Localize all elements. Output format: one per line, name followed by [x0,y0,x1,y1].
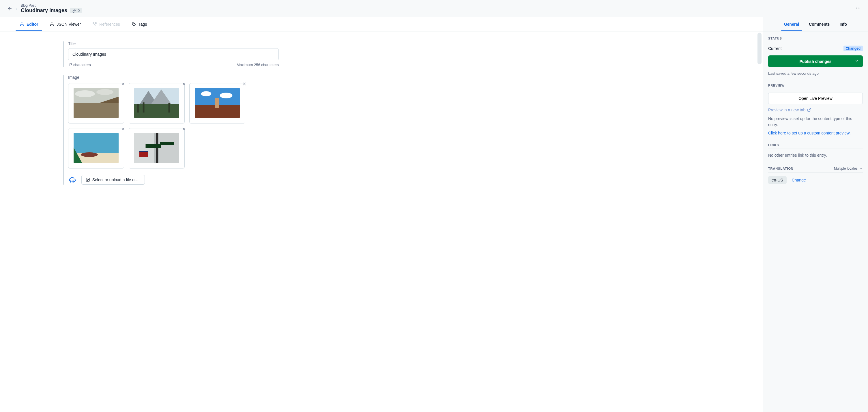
links-heading: LINKS [768,144,863,149]
image-thumbnail[interactable] [129,128,185,168]
svg-rect-6 [23,25,24,26]
svg-rect-4 [22,22,23,23]
publish-button-label: Publish changes [799,59,831,64]
tab-label: References [99,22,120,27]
preview-new-tab-label: Preview in a new tab [768,107,805,112]
side-tab-info[interactable]: Info [839,22,847,27]
svg-rect-39 [73,133,119,153]
tab-json-viewer[interactable]: JSON Viewer [50,22,81,27]
external-link-icon [807,108,811,112]
sitemap-icon [20,22,24,27]
svg-point-1 [856,8,857,9]
sitemap-icon [50,22,54,27]
image-thumbnail[interactable] [68,83,124,124]
svg-rect-26 [134,104,179,118]
svg-rect-29 [168,103,170,113]
svg-point-41 [81,152,98,157]
svg-rect-28 [143,102,145,113]
chevron-down-icon [855,59,859,64]
svg-point-2 [858,8,859,9]
remove-image-button[interactable] [181,81,187,87]
image-preview [134,88,179,118]
svg-point-13 [133,23,133,24]
remove-image-button[interactable] [120,81,126,87]
tab-label: JSON Viewer [57,22,81,27]
title-max-chars: Maximum 256 characters [237,63,279,67]
status-current-label: Current [768,46,782,51]
svg-point-54 [87,179,87,180]
remove-image-button[interactable] [120,126,126,132]
references-count-value: 0 [78,8,80,13]
last-saved-text: Last saved a few seconds ago [768,71,863,75]
svg-rect-11 [95,23,96,24]
tab-editor[interactable]: Editor [20,22,38,27]
chevron-down-icon [859,167,863,170]
remove-image-button[interactable] [181,126,187,132]
references-icon [92,22,97,27]
breadcrumb-content-type: Blog Post [21,3,82,7]
svg-rect-7 [52,22,53,23]
svg-rect-9 [53,25,54,26]
svg-rect-5 [20,25,21,26]
image-preview [134,133,179,163]
image-preview [73,133,119,163]
references-count-badge[interactable]: 0 [70,8,82,13]
image-icon [86,178,90,182]
more-actions-button[interactable] [855,5,861,12]
image-field-label: Image [68,75,745,80]
translation-multiple-label: Multiple locales [834,166,858,170]
open-live-preview-button[interactable]: Open Live Preview [768,93,863,104]
svg-rect-36 [215,98,219,108]
image-thumbnail[interactable] [68,128,124,168]
side-tab-general[interactable]: General [784,22,799,27]
svg-rect-8 [50,25,51,26]
title-input[interactable] [68,48,279,60]
svg-rect-49 [146,144,161,148]
change-locale-link[interactable]: Change [792,178,806,182]
svg-rect-50 [160,142,174,145]
svg-point-33 [201,91,212,96]
svg-point-19 [75,90,95,97]
svg-rect-10 [93,23,94,24]
cloudinary-icon [68,177,76,183]
title-field-label: Title [68,41,745,46]
preview-heading: PREVIEW [768,84,863,89]
tab-label: Tags [138,22,147,27]
title-char-count: 17 characters [68,63,91,67]
open-live-preview-label: Open Live Preview [799,96,833,101]
translation-multiple-locales-dropdown[interactable]: Multiple locales [834,166,863,170]
select-upload-file-button[interactable]: Select or upload a file on C… [82,175,145,185]
locale-pill: en-US [768,176,786,184]
svg-rect-12 [94,25,95,26]
image-preview [195,88,240,118]
tag-icon [132,22,136,27]
setup-preview-link[interactable]: Click here to set up a custom content pr… [768,131,863,135]
svg-point-20 [96,89,114,95]
back-button[interactable] [7,6,13,11]
publish-changes-button[interactable]: Publish changes [768,55,863,67]
tab-tags[interactable]: Tags [132,22,147,27]
page-title: Cloudinary Images [21,7,67,13]
scrollbar-thumb[interactable] [757,33,762,64]
svg-line-55 [809,108,811,110]
preview-empty-text: No preview is set up for the content typ… [768,116,863,128]
image-thumbnail[interactable] [129,83,185,124]
tab-label: Editor [27,22,38,27]
upload-button-label: Select or upload a file on C… [92,178,141,182]
svg-rect-52 [140,151,148,152]
image-preview [73,88,119,118]
link-icon [72,9,76,13]
links-empty-text: No other entries link to this entry. [768,152,863,158]
translation-heading: TRANSLATION [768,167,794,170]
status-heading: STATUS [768,37,863,42]
image-thumbnail[interactable] [189,83,245,124]
status-badge: Changed [843,45,863,51]
remove-image-button[interactable] [242,81,247,87]
svg-rect-47 [159,133,179,163]
svg-point-3 [860,8,861,9]
tab-references: References [92,22,120,27]
preview-new-tab-link[interactable]: Preview in a new tab [768,107,863,112]
svg-rect-17 [73,103,119,118]
svg-rect-27 [137,104,139,113]
side-tab-comments[interactable]: Comments [809,22,830,27]
